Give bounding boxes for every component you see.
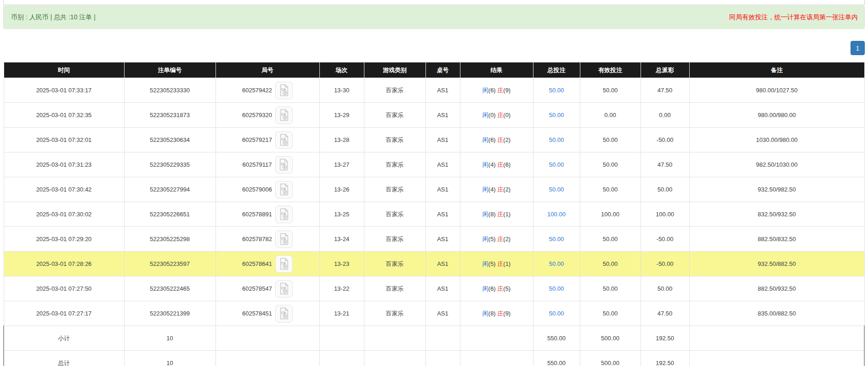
- cell-result: 闲(4) 庄(2): [460, 177, 533, 202]
- cell-table-no: AS1: [425, 202, 460, 227]
- summary-empty-cell: [460, 351, 533, 366]
- cell-remark: 835.00/882.50: [689, 301, 864, 326]
- result-player-label: 闲: [482, 211, 488, 218]
- cell-bet-id: 522305231873: [124, 103, 216, 128]
- betting-records-page: 币别 : 人民币 | 总共 :10 注单 | 同局有效投注，统一计算在该局第一张…: [0, 0, 868, 366]
- cell-time: 2025-03-01 07:30:42: [4, 177, 124, 202]
- result-player-label: 闲: [482, 161, 488, 168]
- round-no-text: 602579422: [242, 87, 272, 94]
- cell-session: 13-27: [319, 152, 364, 177]
- summary-empty-cell: [425, 351, 460, 366]
- column-header: 结果: [460, 62, 533, 78]
- cell-result: 闲(5) 庄(1): [460, 252, 533, 276]
- cell-valid-bet: 50.00: [580, 128, 641, 152]
- cell-payout: 50.00: [641, 276, 689, 301]
- table-row: 2025-03-01 07:28:26522305223597602578641…: [4, 252, 864, 276]
- summary-row: 总计10550.00500.00192.50: [4, 351, 864, 366]
- cell-payout: -50.00: [641, 227, 689, 252]
- video-replay-button[interactable]: [275, 181, 293, 198]
- cell-result: 闲(5) 庄(2): [460, 227, 533, 252]
- result-banker-score: (1): [503, 211, 511, 218]
- total-bet-link[interactable]: 50.00: [549, 260, 564, 267]
- video-replay-button[interactable]: [275, 305, 293, 322]
- cell-time: 2025-03-01 07:32:35: [4, 103, 124, 128]
- cell-bet-id: 522305233330: [124, 78, 216, 103]
- summary-total-bet: 550.00: [533, 326, 580, 351]
- cell-table-no: AS1: [425, 103, 460, 128]
- cell-round-no: 602579117: [216, 152, 319, 177]
- cell-time: 2025-03-01 07:28:26: [4, 252, 124, 276]
- total-bet-link[interactable]: 50.00: [549, 161, 564, 168]
- page-1-button[interactable]: 1: [851, 41, 865, 55]
- result-player-label: 闲: [482, 186, 488, 193]
- summary-empty-cell: [364, 326, 425, 351]
- video-file-icon: [278, 307, 290, 320]
- result-banker-label: 庄: [497, 310, 503, 317]
- cell-valid-bet: 50.00: [580, 301, 641, 326]
- video-file-icon: [278, 134, 290, 146]
- table-row: 2025-03-01 07:33:17522305233330602579422…: [4, 78, 864, 103]
- cell-result: 闲(8) 庄(9): [460, 301, 533, 326]
- cell-total-bet: 50.00: [533, 152, 580, 177]
- cell-bet-id: 522305229335: [124, 152, 216, 177]
- cell-result: 闲(6) 庄(9): [460, 78, 533, 103]
- video-replay-button[interactable]: [275, 131, 293, 149]
- round-no-wrap: 602579217: [216, 131, 319, 149]
- total-bet-link[interactable]: 50.00: [549, 310, 564, 317]
- cell-table-no: AS1: [425, 152, 460, 177]
- summary-empty-cell: [689, 351, 864, 366]
- cell-table-no: AS1: [425, 301, 460, 326]
- video-replay-button[interactable]: [275, 231, 293, 248]
- total-bet-link[interactable]: 50.00: [549, 112, 564, 118]
- cell-bet-id: 522305223597: [124, 252, 216, 276]
- result-banker-label: 庄: [497, 260, 503, 267]
- result-player-score: (6): [488, 285, 498, 292]
- cell-total-bet: 50.00: [533, 227, 580, 252]
- video-file-icon: [278, 233, 290, 245]
- video-replay-button[interactable]: [275, 255, 293, 273]
- total-bet-link[interactable]: 50.00: [549, 285, 564, 292]
- cell-total-bet: 50.00: [533, 128, 580, 152]
- cell-session: 13-22: [319, 276, 364, 301]
- round-no-wrap: 602579117: [216, 156, 319, 174]
- video-file-icon: [278, 183, 290, 196]
- video-replay-button[interactable]: [275, 206, 293, 223]
- video-replay-button[interactable]: [275, 107, 293, 124]
- round-no-text: 602579117: [242, 161, 272, 168]
- total-bet-link[interactable]: 50.00: [549, 136, 564, 143]
- round-no-text: 602579217: [242, 136, 272, 143]
- cell-total-bet: 50.00: [533, 301, 580, 326]
- total-bet-link[interactable]: 100.00: [547, 211, 566, 218]
- summary-label: 小计: [4, 326, 124, 351]
- cell-game-type: 百家乐: [364, 202, 425, 227]
- video-file-icon: [278, 84, 290, 96]
- video-file-icon: [278, 258, 290, 270]
- cell-valid-bet: 50.00: [580, 152, 641, 177]
- cell-session: 13-25: [319, 202, 364, 227]
- summary-count: 10: [124, 351, 216, 366]
- cell-total-bet: 50.00: [533, 252, 580, 276]
- cell-remark: 932.50/982.50: [689, 177, 864, 202]
- total-bet-link[interactable]: 50.00: [549, 186, 564, 193]
- cell-time: 2025-03-01 07:30:02: [4, 202, 124, 227]
- result-banker-label: 庄: [497, 285, 503, 292]
- result-player-score: (4): [488, 161, 498, 168]
- round-no-wrap: 602578891: [216, 206, 319, 223]
- result-banker-score: (9): [503, 87, 511, 94]
- cell-table-no: AS1: [425, 177, 460, 202]
- result-banker-score: (9): [503, 310, 511, 317]
- cell-remark: 980.00/980.00: [689, 103, 864, 128]
- result-player-score: (0): [488, 112, 498, 118]
- cell-table-no: AS1: [425, 276, 460, 301]
- video-replay-button[interactable]: [275, 280, 293, 298]
- round-no-wrap: 602579422: [216, 82, 319, 99]
- cell-payout: 47.50: [641, 78, 689, 103]
- cell-time: 2025-03-01 07:32:01: [4, 128, 124, 152]
- cell-bet-id: 522305222465: [124, 276, 216, 301]
- total-bet-link[interactable]: 50.00: [549, 87, 564, 94]
- result-banker-label: 庄: [497, 87, 503, 94]
- total-bet-link[interactable]: 50.00: [549, 236, 564, 242]
- video-replay-button[interactable]: [275, 156, 293, 174]
- video-replay-button[interactable]: [275, 82, 293, 99]
- cell-round-no: 602579217: [216, 128, 319, 152]
